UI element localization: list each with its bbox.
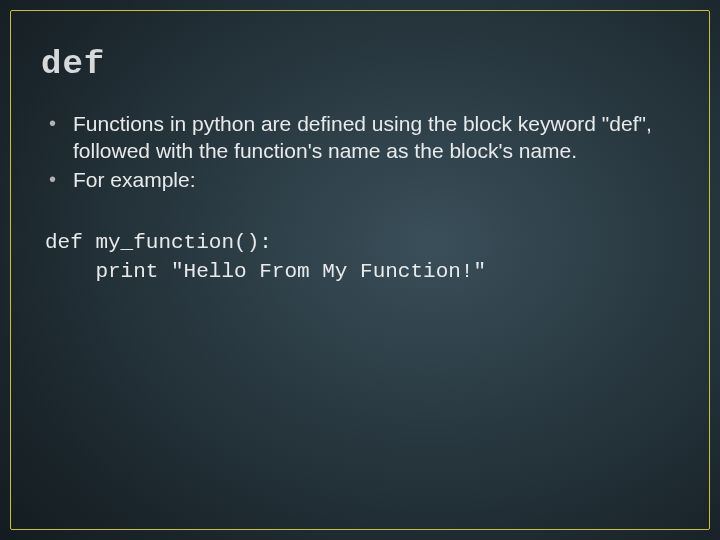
- bullet-list: Functions in python are defined using th…: [45, 111, 679, 194]
- slide-frame: def Functions in python are defined usin…: [10, 10, 710, 530]
- bullet-item: For example:: [45, 167, 679, 194]
- slide-content: def Functions in python are defined usin…: [11, 11, 709, 287]
- bullet-item: Functions in python are defined using th…: [45, 111, 679, 165]
- slide-title: def: [41, 45, 679, 83]
- code-block: def my_function(): print "Hello From My …: [45, 228, 679, 288]
